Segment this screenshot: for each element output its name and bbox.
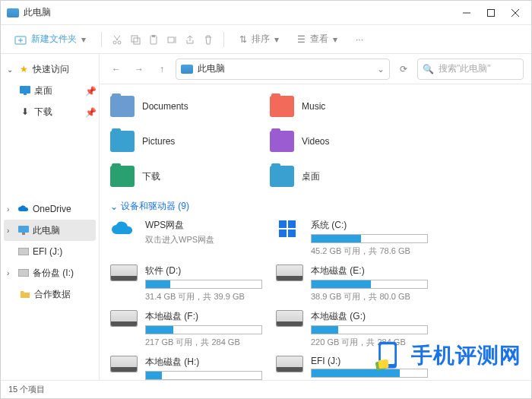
close-button[interactable] (510, 8, 521, 18)
drive-body: 系统 (C:)45.2 GB 可用，共 78.6 GB (311, 219, 428, 257)
drive-item[interactable]: 系统 (C:)45.2 GB 可用，共 78.6 GB (276, 219, 428, 257)
cut-button[interactable] (111, 33, 123, 46)
folder-item[interactable]: Documents (110, 92, 262, 121)
drive-name: 本地磁盘 (E:) (311, 264, 428, 277)
new-folder-button[interactable]: 新建文件夹 ▾ (8, 30, 92, 49)
devices-section-header[interactable]: ⌄ 设备和驱动器 (9) (110, 200, 521, 213)
sidebar-label: 下载 (34, 106, 52, 119)
forward-button[interactable]: → (130, 60, 148, 78)
folder-item[interactable]: Videos (270, 127, 422, 156)
svg-rect-10 (134, 38, 140, 44)
sidebar-item-coop[interactable]: 合作数据 (1, 283, 99, 305)
sidebar-label: 快速访问 (33, 63, 69, 76)
drive-body: 本地磁盘 (F:)217 GB 可用，共 284 GB (145, 310, 262, 348)
drive-icon-wrap (110, 310, 138, 331)
svg-point-8 (118, 41, 121, 44)
sidebar-label: 合作数据 (34, 288, 71, 301)
drive-icon-wrap (276, 310, 303, 331)
pc-icon (7, 8, 19, 17)
search-placeholder: 搜索"此电脑" (439, 62, 491, 75)
back-button[interactable]: ← (107, 60, 125, 78)
cloud-icon (17, 203, 30, 215)
folder-icon (110, 96, 135, 117)
svg-rect-9 (131, 36, 138, 42)
folder-label: 下载 (142, 170, 160, 183)
delete-button[interactable] (202, 33, 214, 46)
drive-item[interactable]: 本地磁盘 (G:)220 GB 可用，共 284 GB (276, 310, 428, 348)
address-input[interactable]: 此电脑 ⌄ (176, 59, 390, 80)
drive-item[interactable]: 软件 (D:)31.4 GB 可用，共 39.9 GB (110, 264, 262, 302)
sidebar-label: EFI (J:) (33, 246, 62, 257)
pin-icon: 📌 (85, 86, 94, 95)
chevron-down-icon: ⌄ (7, 65, 14, 74)
star-icon: ★ (17, 63, 30, 75)
drive-usage-bar (145, 325, 262, 334)
sort-button[interactable]: ⇅ 排序 ▾ (233, 30, 285, 49)
drive-name: WPS网盘 (145, 219, 262, 232)
body: ⌄ ★ 快速访问 桌面 📌 ⬇ 下载 📌 › OneDrive › (1, 54, 531, 380)
folder-item[interactable]: 桌面 (270, 162, 422, 191)
sidebar-item-onedrive[interactable]: › OneDrive (1, 198, 99, 220)
svg-rect-17 (18, 226, 29, 233)
drive-name: EFI (J:) (311, 356, 428, 366)
folder-icon (19, 288, 31, 300)
folder-icon (110, 166, 135, 187)
toolbar: 新建文件夹 ▾ ⇅ 排序 ▾ ☰ 查看 ▾ ··· (1, 25, 531, 54)
sidebar-item-downloads[interactable]: ⬇ 下载 📌 (1, 101, 99, 122)
share-button[interactable] (184, 33, 196, 46)
svg-rect-13 (168, 37, 174, 43)
chevron-down-icon: ▾ (333, 34, 337, 45)
drive-free-text: 217 GB 可用，共 284 GB (145, 337, 262, 348)
drive-body: 软件 (D:)31.4 GB 可用，共 39.9 GB (145, 264, 262, 302)
windows-drive-icon (276, 219, 303, 240)
drive-usage-bar (311, 234, 428, 243)
svg-point-7 (113, 41, 116, 44)
sidebar-item-backup[interactable]: › 备份盘 (I:) (1, 262, 99, 283)
drive-icon-wrap (110, 219, 138, 240)
drive-icon (110, 356, 138, 372)
drive-free-text: 38.9 GB 可用，共 80.0 GB (311, 291, 428, 302)
drive-free-text: 220 GB 可用，共 284 GB (311, 337, 428, 348)
view-icon: ☰ (297, 34, 306, 45)
search-input[interactable]: 🔍 搜索"此电脑" (417, 59, 524, 80)
sidebar-item-quick-access[interactable]: ⌄ ★ 快速访问 (1, 59, 99, 80)
address-path: 此电脑 (198, 62, 225, 75)
drive-item[interactable]: 本地磁盘 (F:)217 GB 可用，共 284 GB (110, 310, 262, 348)
rename-button[interactable] (166, 33, 178, 46)
folder-item[interactable]: Pictures (110, 127, 262, 156)
window-title: 此电脑 (24, 6, 461, 19)
view-button[interactable]: ☰ 查看 ▾ (291, 30, 344, 49)
minimize-button[interactable] (461, 8, 472, 18)
chevron-right-icon: › (7, 269, 14, 277)
drive-name: 本地磁盘 (H:) (145, 356, 262, 369)
drive-item[interactable]: WPS网盘双击进入WPS网盘 (110, 219, 262, 257)
sidebar-item-this-pc[interactable]: › 此电脑 (4, 220, 96, 241)
sidebar-item-desktop[interactable]: 桌面 📌 (1, 80, 99, 101)
spacer (1, 122, 99, 198)
more-button[interactable]: ··· (350, 30, 369, 49)
address-bar: ← → ↑ 此电脑 ⌄ ⟳ 🔍 搜索"此电脑" (100, 54, 531, 84)
drive-free-text: 31.4 GB 可用，共 39.9 GB (145, 291, 262, 302)
window-controls (461, 8, 525, 18)
new-folder-label: 新建文件夹 (31, 33, 77, 46)
copy-button[interactable] (129, 33, 141, 46)
maximize-button[interactable] (486, 8, 496, 18)
pc-icon (17, 224, 30, 236)
separator (223, 32, 224, 47)
drive-icon (110, 310, 138, 327)
drive-item[interactable]: EFI (J:)109 MB 可用，共 449 MB (276, 356, 428, 380)
pc-icon (181, 65, 193, 74)
drive-item[interactable]: 本地磁盘 (H:)245 GB 可用，共 283 GB (110, 356, 262, 380)
paste-button[interactable] (147, 33, 160, 46)
devices-header-label: 设备和驱动器 (9) (121, 200, 189, 213)
status-text: 15 个项目 (8, 384, 45, 395)
up-button[interactable]: ↑ (153, 60, 171, 78)
folder-item[interactable]: Music (270, 92, 422, 121)
sidebar-label: OneDrive (33, 204, 71, 214)
refresh-button[interactable]: ⟳ (394, 60, 413, 78)
drive-item[interactable]: 本地磁盘 (E:)38.9 GB 可用，共 80.0 GB (276, 264, 428, 302)
sidebar-item-efi[interactable]: › EFI (J:) (1, 241, 99, 262)
folder-item[interactable]: 下载 (110, 162, 262, 191)
chevron-down-icon[interactable]: ⌄ (377, 64, 385, 74)
folder-label: Videos (302, 136, 329, 147)
